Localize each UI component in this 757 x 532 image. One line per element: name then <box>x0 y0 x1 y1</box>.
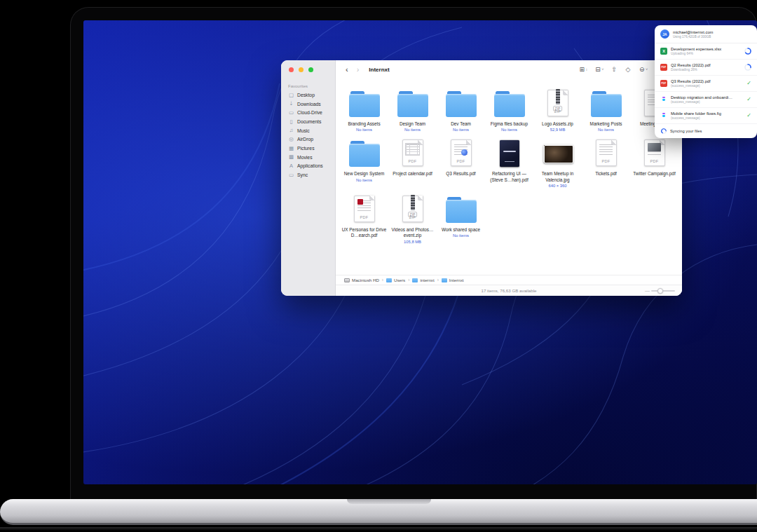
sync-file-name: Q2 Results (2022).pdf <box>671 63 744 67</box>
sidebar-item-icon: ▯ <box>288 119 294 125</box>
file-icon <box>348 90 381 118</box>
file-name: Design Team <box>400 121 425 127</box>
sidebar-item-icon: ▩ <box>288 154 294 160</box>
path-segment[interactable]: › internxt <box>408 278 434 282</box>
window-title: Internxt <box>369 67 389 73</box>
sidebar-item-label: Music <box>297 128 310 133</box>
file-subtitle: No items <box>356 178 372 183</box>
sidebar-section-label: Favourites <box>281 81 335 90</box>
minimize-button[interactable] <box>299 67 304 72</box>
sidebar-item-label: Cloud-Drive <box>297 110 322 115</box>
sidebar-item[interactable]: ▭ Cloud-Drive <box>281 108 335 117</box>
file-icon <box>543 144 573 163</box>
toolbar-icon[interactable]: ⊞ ↕ <box>579 67 587 73</box>
sidebar-item[interactable]: ▩ Movies <box>281 153 335 162</box>
finder-window: Favourites ▢ Desktop ⇣ Downloads ▭ Clou <box>281 60 682 296</box>
file-icon: PDF <box>445 139 477 168</box>
sidebar-item-icon: ▭ <box>288 172 294 178</box>
sidebar-item[interactable]: A Applications <box>281 162 335 171</box>
sidebar-item-label: Movies <box>297 155 313 160</box>
path-separator: › <box>382 278 383 282</box>
path-separator: › <box>437 278 439 282</box>
file-name: Marketing Posts <box>590 121 622 127</box>
sync-item[interactable]: Mobile share folder flows.fig (success_m… <box>655 108 757 124</box>
file-item[interactable]: New Design System No items <box>340 138 388 189</box>
zoom-button[interactable] <box>308 67 313 72</box>
file-icon <box>590 90 622 118</box>
finder-sidebar: Favourites ▢ Desktop ⇣ Downloads ▭ Clou <box>281 60 336 296</box>
file-subtitle: 52,9 MB <box>550 128 566 132</box>
close-button[interactable] <box>289 67 294 72</box>
file-name: Logo Assets.zip <box>542 121 573 127</box>
forward-button[interactable]: › <box>357 66 360 74</box>
sidebar-item[interactable]: ▦ Pictures <box>281 144 335 153</box>
sidebar-item[interactable]: ▭ Sync <box>281 170 335 179</box>
sidebar-item[interactable]: ▯ Documents <box>281 117 335 126</box>
sidebar-item[interactable]: ♫ Music <box>281 126 335 135</box>
file-name: Q3 Results.pdf <box>446 171 475 177</box>
path-segment[interactable]: Macintosh HD <box>341 278 379 282</box>
sidebar-item[interactable]: ▢ Desktop <box>281 90 335 100</box>
file-name: Branding Assets <box>348 121 380 127</box>
sync-popup-header: JA michael@internxt.com Using 176,42GB o… <box>655 25 757 43</box>
sync-item[interactable]: Desktop migration and onboardi… (success… <box>655 92 757 108</box>
file-name: Videos and Photos…event.zip <box>390 227 435 239</box>
laptop-lid: Favourites ▢ Desktop ⇣ Downloads ▭ Clou <box>70 7 757 499</box>
sidebar-item[interactable]: ⇣ Downloads <box>281 100 335 109</box>
sidebar-item[interactable]: ◎ AirDrop <box>281 135 335 144</box>
file-item[interactable]: Design Team No items <box>388 88 437 132</box>
sidebar-item-icon: ◎ <box>288 137 294 142</box>
icon-size-slider[interactable]: — <box>645 288 675 293</box>
sidebar-item-icon: ▭ <box>288 110 294 116</box>
sidebar-item-label: AirDrop <box>297 137 313 142</box>
mockup-stage: Favourites ▢ Desktop ⇣ Downloads ▭ Clou <box>0 0 757 532</box>
sidebar-item-label: Sync <box>297 172 308 177</box>
file-item[interactable]: Branding Assets No items <box>340 88 388 132</box>
toolbar-icon[interactable]: ⇧ <box>612 67 618 73</box>
file-item[interactable]: ZIPZIP Videos and Photos…event.zip 105,8… <box>388 194 437 245</box>
file-item[interactable]: Dev Team No items <box>437 88 485 132</box>
file-item[interactable]: Work shared space No items <box>437 194 485 245</box>
file-subtitle: 640 × 360 <box>549 184 567 189</box>
account-usage: Using 176,42GB of 300GB <box>673 35 713 39</box>
sync-file-status: (success_message) <box>671 84 744 88</box>
file-item[interactable]: Marketing Posts No items <box>582 88 630 132</box>
file-item[interactable]: PDF Twitter Campaign.pdf <box>630 138 678 189</box>
file-icon <box>445 90 477 118</box>
slider-knob[interactable] <box>657 288 663 294</box>
file-subtitle: 105,8 MB <box>404 240 421 245</box>
file-icon <box>445 196 477 224</box>
file-name: Dev Team <box>451 121 471 127</box>
file-subtitle: No items <box>356 128 372 132</box>
back-button[interactable]: ‹ <box>346 66 348 74</box>
path-segment[interactable]: › Internxt <box>437 278 464 282</box>
laptop-screen: Favourites ▢ Desktop ⇣ Downloads ▭ Clou <box>83 20 757 484</box>
path-segment[interactable]: › Users <box>382 278 405 282</box>
toolbar-icon[interactable]: ◇ <box>626 67 632 73</box>
toolbar-icon[interactable]: ⊟ ˅ <box>595 67 603 73</box>
file-item[interactable]: ZIPZIP Logo Assets.zip 52,9 MB <box>533 88 582 132</box>
sync-popup-footer: Syncing your files <box>655 124 757 138</box>
file-name: Work shared space <box>442 227 480 233</box>
file-icon: PDF <box>348 196 381 224</box>
sync-file-icon: PDF <box>660 80 667 87</box>
sync-item[interactable]: PDF Q3 Results (2022).pdf (success_messa… <box>655 76 757 92</box>
file-item[interactable]: PDF Tickets.pdf <box>582 138 630 189</box>
sync-item[interactable]: PDF Q2 Results (2022).pdf Downloading 26… <box>655 60 757 76</box>
sidebar-item-label: Pictures <box>297 146 315 151</box>
file-item[interactable]: Refactoring UI — (Steve S…han).pdf <box>485 138 533 189</box>
file-item[interactable]: Team Meetup in Valencia.jpg 640 × 360 <box>533 138 582 189</box>
finder-toolbar[interactable]: ‹ › Internxt ⊞ ↕ ⊟ ˅ <box>336 60 682 79</box>
sync-item[interactable]: X Development expenses.xlsx Uploading 64… <box>655 43 757 60</box>
file-item[interactable]: PDF Project calendar.pdf <box>388 138 437 189</box>
path-segment-icon <box>442 278 447 282</box>
sync-file-status: (success_message) <box>671 116 744 120</box>
file-item[interactable]: PDF Q3 Results.pdf <box>437 138 485 189</box>
file-item[interactable]: PDF UX Personas for Drive D…earch.pdf <box>340 194 388 245</box>
path-segment-icon <box>344 278 350 282</box>
file-icon: PDF <box>639 139 671 168</box>
progress-spinner-icon <box>744 48 751 55</box>
file-icon <box>493 90 526 118</box>
toolbar-icon[interactable]: ⊖ ˅ <box>639 67 648 73</box>
file-item[interactable]: Figma files backup No items <box>485 88 533 132</box>
